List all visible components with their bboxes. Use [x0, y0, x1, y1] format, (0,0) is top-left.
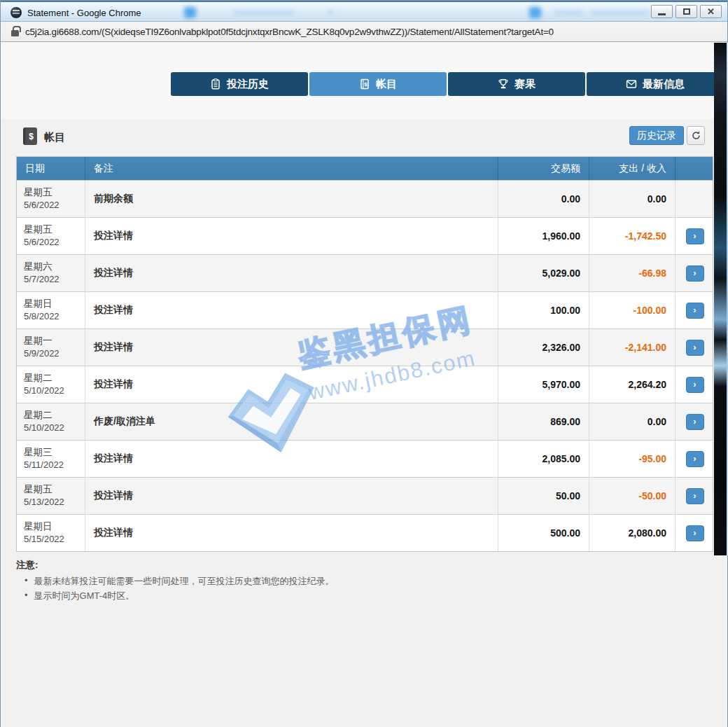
- date-text: 5/15/2022: [24, 533, 64, 546]
- background-tab-icon: [184, 7, 196, 18]
- delta-cell: 0.00: [589, 181, 676, 217]
- refresh-button[interactable]: [687, 126, 705, 145]
- action-cell: ›: [676, 403, 714, 440]
- date-cell: 星期二5/10/2022: [17, 366, 85, 403]
- maximize-button[interactable]: [676, 5, 697, 18]
- date-text: 5/9/2022: [24, 347, 59, 361]
- minimize-icon: [658, 13, 666, 15]
- date-text: 5/8/2022: [24, 310, 59, 324]
- table-row: 星期日5/15/2022投注详情500.002,080.00›: [17, 514, 713, 551]
- url-text: c5j2ia.gi6688.com/(S(xideqseTI9Z6onlvabp…: [25, 27, 554, 37]
- background-tab-title: [554, 10, 583, 16]
- detail-arrow-button[interactable]: ›: [686, 303, 704, 319]
- amount-cell: 869.00: [498, 403, 589, 440]
- date-text: 5/7/2022: [24, 273, 59, 286]
- background-tab-title: [591, 10, 650, 16]
- close-icon: ✕: [707, 7, 715, 16]
- action-cell: ›: [676, 478, 714, 514]
- date-cell: 星期一5/9/2022: [17, 329, 85, 366]
- page-content: 投注历史 $ 帐目 赛果 最新信息 $ 帐目 历史记录: [1, 42, 727, 727]
- note-cell: 投注详情: [85, 329, 498, 366]
- detail-arrow-button[interactable]: ›: [686, 228, 704, 244]
- detail-arrow-button[interactable]: ›: [686, 340, 704, 356]
- date-cell: 星期二5/10/2022: [17, 403, 85, 440]
- clipboard-icon: [210, 78, 221, 90]
- delta-cell: 0.00: [589, 403, 676, 440]
- chevron-right-icon: ›: [693, 268, 696, 277]
- ledger-icon: $: [359, 78, 370, 90]
- table-row: 星期五5/6/2022投注详情1,960.00-1,742.50›: [17, 217, 713, 254]
- nav-latest-news-button[interactable]: 最新信息: [587, 72, 724, 96]
- refresh-icon: [691, 130, 701, 141]
- chevron-right-icon: ›: [693, 417, 696, 426]
- table-row: 星期二5/10/2022作废/取消注单869.000.00›: [17, 403, 713, 440]
- weekday-text: 星期六: [24, 260, 52, 274]
- section-header: $ 帐目 历史记录: [1, 126, 727, 154]
- detail-arrow-button[interactable]: ›: [686, 525, 704, 541]
- table-row: 星期日5/8/2022投注详情100.00-100.00›: [17, 291, 713, 328]
- table-row: 星期二5/10/2022投注详情5,970.002,264.20›: [17, 366, 713, 403]
- detail-arrow-button[interactable]: ›: [686, 414, 704, 430]
- window-title: Statement - Google Chrome: [27, 8, 141, 18]
- note-cell: 投注详情: [85, 292, 498, 328]
- detail-arrow-button[interactable]: ›: [686, 488, 704, 504]
- history-records-button[interactable]: 历史记录: [629, 126, 684, 145]
- statement-table: 日期 备注 交易额 支出 / 收入 星期五5/6/2022前期余额0.000.0…: [16, 156, 713, 552]
- note-text: 最新未结算投注可能需要一些时间处理，可至投注历史查询您的投注纪录。: [34, 575, 335, 588]
- maximize-icon: [683, 8, 690, 15]
- amount-cell: 5,970.00: [498, 366, 589, 403]
- detail-arrow-button[interactable]: ›: [686, 451, 704, 467]
- delta-cell: 2,264.20: [589, 366, 676, 403]
- weekday-text: 星期三: [24, 445, 52, 459]
- main-nav: 投注历史 $ 帐目 赛果 最新信息: [171, 72, 724, 96]
- background-tab-close-icon: [328, 10, 334, 15]
- table-row: 星期三5/11/2022投注详情2,085.00-95.00›: [17, 440, 713, 477]
- table-header-row: 日期 备注 交易额 支出 / 收入: [17, 157, 713, 180]
- nav-results-button[interactable]: 赛果: [448, 72, 585, 96]
- chevron-right-icon: ›: [693, 454, 696, 463]
- background-window-strip: [714, 43, 727, 555]
- date-text: 5/10/2022: [24, 385, 64, 398]
- detail-arrow-button[interactable]: ›: [686, 377, 704, 393]
- chevron-right-icon: ›: [693, 305, 696, 314]
- section-title: 帐目: [44, 131, 65, 144]
- detail-arrow-button[interactable]: ›: [686, 265, 704, 282]
- col-header-delta: 支出 / 收入: [589, 157, 676, 180]
- amount-cell: 100.00: [498, 292, 589, 328]
- nav-statement-button[interactable]: $ 帐目: [309, 72, 447, 96]
- nav-bet-history-button[interactable]: 投注历史: [171, 72, 308, 96]
- address-bar[interactable]: c5j2ia.gi6688.com/(S(xideqseTI9Z6onlvabp…: [1, 22, 727, 42]
- delta-cell: -95.00: [589, 441, 676, 477]
- table-row: 星期五5/6/2022前期余额0.000.00: [17, 180, 713, 217]
- note-cell: 作废/取消注单: [85, 403, 498, 440]
- amount-cell: 0.00: [498, 181, 589, 217]
- chevron-right-icon: ›: [693, 528, 696, 537]
- nav-label: 帐目: [376, 78, 397, 91]
- delta-cell: 2,080.00: [589, 515, 676, 551]
- chevron-right-icon: ›: [693, 491, 696, 500]
- note-cell: 投注详情: [85, 478, 498, 514]
- envelope-icon: [626, 78, 637, 90]
- window-controls: ✕: [651, 5, 722, 18]
- table-body: 星期五5/6/2022前期余额0.000.00星期五5/6/2022投注详情1,…: [17, 180, 713, 551]
- weekday-text: 星期五: [24, 223, 52, 237]
- amount-cell: 50.00: [498, 478, 589, 514]
- table-row: 星期六5/7/2022投注详情5,029.00-66.98›: [17, 254, 713, 291]
- col-header-action: [676, 157, 714, 180]
- col-header-amount: 交易额: [498, 157, 589, 180]
- amount-cell: 5,029.00: [498, 255, 589, 291]
- action-cell: ›: [676, 441, 714, 477]
- col-header-date: 日期: [17, 157, 85, 180]
- date-cell: 星期五5/13/2022: [17, 478, 85, 514]
- weekday-text: 星期一: [24, 334, 52, 348]
- amount-cell: 500.00: [498, 515, 589, 551]
- action-cell: ›: [676, 255, 714, 291]
- browser-window: Statement - Google Chrome ✕ c5j2ia.gi668…: [0, 0, 728, 727]
- ledger-icon: $: [23, 127, 37, 145]
- date-cell: 星期五5/6/2022: [17, 218, 85, 254]
- delta-cell: -100.00: [589, 292, 676, 328]
- weekday-text: 星期日: [24, 297, 52, 311]
- table-row: 星期一5/9/2022投注详情2,326.00-2,141.00›: [17, 328, 713, 366]
- close-button[interactable]: ✕: [700, 5, 722, 18]
- minimize-button[interactable]: [651, 5, 673, 18]
